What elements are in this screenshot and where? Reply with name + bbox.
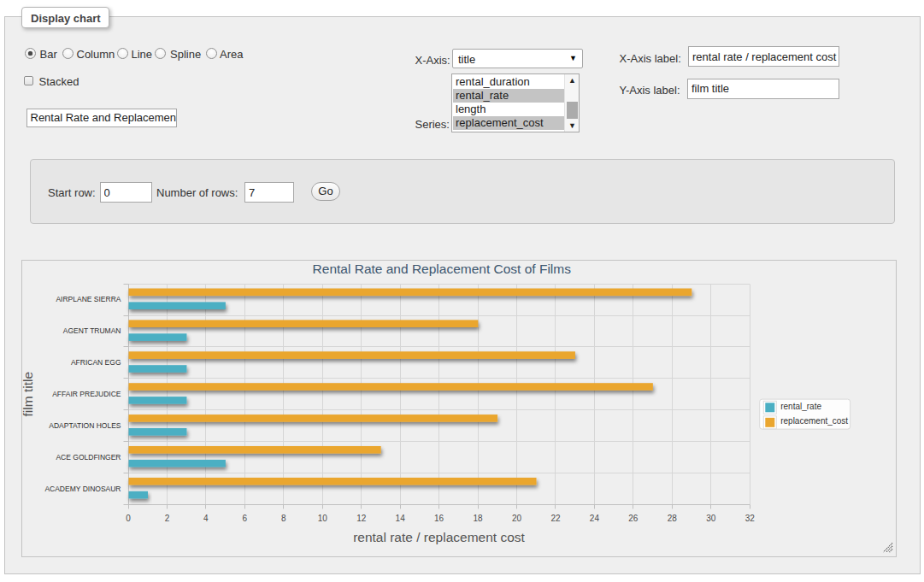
svg-text:28: 28 — [667, 514, 677, 523]
svg-text:rental rate / replacement cost: rental rate / replacement cost — [353, 530, 525, 544]
svg-text:AIRPLANE SIERRA: AIRPLANE SIERRA — [56, 295, 121, 303]
svg-text:32: 32 — [744, 514, 755, 523]
svg-text:20: 20 — [511, 514, 521, 523]
svg-text:30: 30 — [706, 514, 716, 523]
svg-text:18: 18 — [473, 514, 483, 523]
svg-text:film title: film title — [22, 371, 35, 416]
svg-text:replacement_cost: replacement_cost — [780, 416, 848, 426]
svg-text:24: 24 — [589, 514, 599, 523]
svg-text:4: 4 — [203, 514, 209, 523]
svg-text:ADAPTATION HOLES: ADAPTATION HOLES — [49, 421, 121, 430]
svg-text:26: 26 — [628, 514, 639, 523]
svg-text:ACE GOLDFINGER: ACE GOLDFINGER — [56, 452, 121, 461]
svg-text:AGENT TRUMAN: AGENT TRUMAN — [62, 326, 121, 335]
svg-text:Rental Rate and Replacement Co: Rental Rate and Replacement Cost of Film… — [312, 261, 571, 275]
svg-text:16: 16 — [434, 514, 444, 523]
svg-text:8: 8 — [281, 514, 286, 523]
svg-text:0: 0 — [126, 514, 131, 523]
svg-text:22: 22 — [550, 514, 561, 523]
svg-text:6: 6 — [242, 514, 247, 523]
svg-text:14: 14 — [395, 514, 405, 523]
svg-text:ACADEMY DINOSAUR: ACADEMY DINOSAUR — [44, 484, 121, 492]
svg-text:AFFAIR PREJUDICE: AFFAIR PREJUDICE — [52, 390, 121, 398]
svg-text:AFRICAN EGG: AFRICAN EGG — [70, 358, 121, 367]
svg-text:rental_rate: rental_rate — [780, 401, 821, 410]
svg-text:2: 2 — [164, 514, 169, 523]
svg-text:10: 10 — [317, 514, 327, 523]
svg-text:12: 12 — [356, 514, 367, 523]
